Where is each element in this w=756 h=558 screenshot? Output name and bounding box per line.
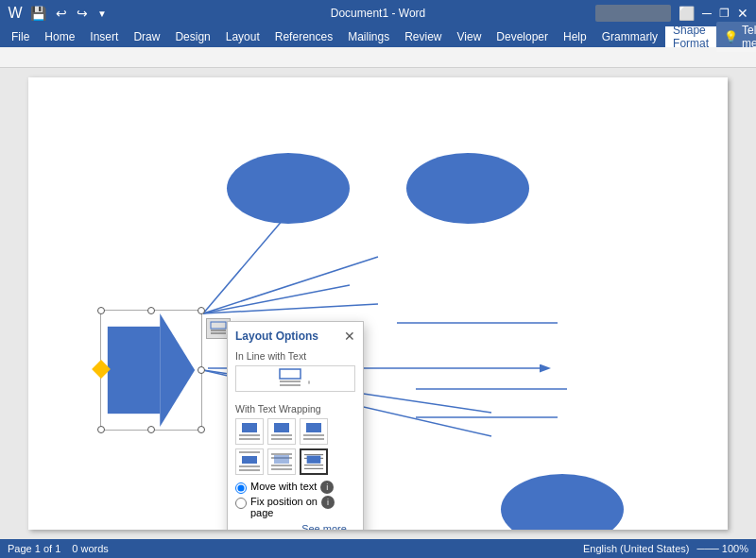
menu-developer[interactable]: Developer (489, 26, 556, 47)
menu-view[interactable]: View (450, 26, 490, 47)
ellipse-top-right[interactable] (406, 153, 529, 224)
wrap-tight-btn[interactable] (267, 418, 296, 445)
language-label: English (United States) (583, 543, 690, 554)
wrap-through-btn[interactable] (300, 418, 328, 445)
wrap-infront-btn[interactable] (300, 448, 328, 475)
document-area: Layout Options ✕ In Line with Text (0, 68, 756, 539)
handle-tl[interactable] (97, 307, 105, 314)
menu-review[interactable]: Review (397, 26, 449, 47)
menu-home[interactable]: Home (37, 26, 82, 47)
ribbon (0, 47, 756, 68)
wrap-square-btn[interactable] (235, 418, 264, 445)
inline-options-row (235, 365, 355, 399)
word-icon: W (8, 6, 23, 21)
tell-me-btn[interactable]: 💡 Tell me (716, 22, 756, 52)
wrapping-section-label: With Text Wrapping (235, 403, 355, 414)
inline-section-label: In Line with Text (235, 350, 355, 362)
menu-draw[interactable]: Draw (126, 26, 167, 47)
redo-quick-btn[interactable]: ↪ (75, 6, 90, 21)
menu-insert[interactable]: Insert (82, 26, 126, 47)
zoom-slider[interactable]: ─── 100% (696, 543, 748, 554)
handle-bl[interactable] (97, 426, 105, 433)
popup-header: Layout Options ✕ (235, 330, 355, 343)
window-controls: ⬜ ─ ❐ ✕ (595, 5, 748, 22)
menu-design[interactable]: Design (167, 26, 217, 47)
inline-text-btn[interactable] (235, 365, 355, 392)
svg-rect-19 (242, 423, 257, 432)
fix-info-icon[interactable]: i (321, 496, 335, 509)
close-btn[interactable]: ✕ (737, 6, 748, 21)
handle-mr[interactable] (198, 366, 205, 374)
ellipse-bottom-right[interactable] (501, 474, 624, 530)
svg-line-9 (203, 285, 350, 313)
popup-close-btn[interactable]: ✕ (344, 330, 355, 343)
svg-rect-28 (242, 456, 257, 464)
status-right: English (United States) ─── 100% (583, 543, 748, 554)
see-more-section: See more... (235, 522, 355, 530)
selection-box (100, 310, 202, 431)
lightbulb-icon: 💡 (724, 30, 738, 43)
save-quick-btn[interactable]: 💾 (28, 6, 48, 21)
move-with-text-row: Move with text i (235, 481, 355, 494)
wrap-topbottom-btn[interactable] (235, 448, 264, 475)
diagram-lines (28, 77, 728, 530)
svg-line-1 (203, 304, 378, 313)
svg-line-0 (203, 257, 378, 313)
menu-shape-format[interactable]: Shape Format (665, 26, 716, 47)
title-bar: W 💾 ↩ ↪ ▼ Document1 - Word ⬜ ─ ❐ ✕ (0, 0, 756, 26)
ribbon-toggle-icon[interactable]: ⬜ (679, 6, 695, 21)
svg-rect-12 (211, 322, 226, 329)
window-title: Document1 - Word (331, 7, 425, 20)
wrap-behind-btn[interactable] (267, 448, 296, 475)
move-with-text-label: Move with text (250, 481, 317, 492)
restore-btn[interactable]: ❐ (719, 7, 730, 20)
fix-position-radio[interactable] (235, 498, 247, 509)
word-count: 0 words (72, 543, 109, 554)
popup-title: Layout Options (235, 330, 318, 343)
handle-tr[interactable] (198, 307, 205, 314)
handle-tm[interactable] (147, 307, 155, 314)
menu-grammarly[interactable]: Grammarly (594, 26, 665, 47)
see-more-link[interactable]: See more... (301, 523, 355, 530)
page-info: Page 1 of 1 (8, 543, 60, 554)
customize-quick-btn[interactable]: ▼ (95, 8, 109, 19)
minimize-btn[interactable]: ─ (702, 6, 712, 21)
document-page: Layout Options ✕ In Line with Text (28, 77, 728, 530)
handle-br[interactable] (198, 426, 205, 433)
svg-rect-25 (306, 423, 321, 432)
svg-line-8 (203, 219, 284, 313)
user-profile[interactable] (595, 5, 671, 22)
menu-right-area: 💡 Tell me (716, 22, 756, 52)
svg-rect-39 (307, 456, 321, 464)
move-info-icon[interactable]: i (320, 481, 334, 494)
layout-options-popup: Layout Options ✕ In Line with Text (227, 321, 364, 530)
menu-help[interactable]: Help (556, 26, 594, 47)
svg-rect-15 (280, 369, 301, 379)
menu-references[interactable]: References (267, 26, 340, 47)
fix-position-label: Fix position onpage (250, 496, 318, 518)
move-with-text-radio[interactable] (235, 482, 247, 494)
menu-file[interactable]: File (4, 26, 37, 47)
handle-bm[interactable] (147, 426, 155, 433)
wrapping-row-2 (235, 448, 355, 475)
ellipse-top-left[interactable] (227, 153, 350, 224)
menu-mailings[interactable]: Mailings (340, 26, 397, 47)
quick-access-toolbar: W 💾 ↩ ↪ ▼ (8, 6, 109, 21)
wrapping-row-1 (235, 418, 355, 445)
menu-bar: File Home Insert Draw Design Layout Refe… (0, 26, 756, 47)
fix-position-row: Fix position onpage i (235, 496, 355, 518)
status-bar: Page 1 of 1 0 words English (United Stat… (0, 539, 756, 558)
radio-section: Move with text i Fix position onpage i (235, 481, 355, 518)
svg-rect-34 (274, 455, 289, 464)
menu-layout[interactable]: Layout (218, 26, 267, 47)
svg-rect-22 (274, 423, 289, 432)
undo-quick-btn[interactable]: ↩ (54, 6, 69, 21)
